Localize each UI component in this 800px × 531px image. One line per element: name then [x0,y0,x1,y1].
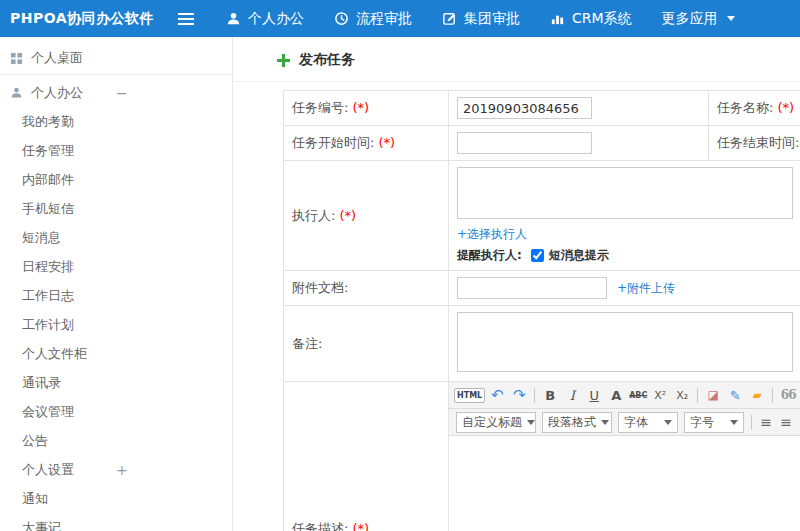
sidebar-item-work-plan[interactable]: 工作计划 [0,310,232,339]
sidebar-item-label: 手机短信 [22,200,74,218]
row-executor: 执行人:(*) +选择执行人 提醒执行人: 短消息提示 [284,161,800,271]
format-painter-button[interactable]: ✎ [725,385,745,405]
start-time-label: 任务开始时间: [292,135,374,150]
executor-textarea[interactable] [457,167,793,219]
sidebar-item-label: 通讯录 [22,374,61,392]
sidebar-item-task-management[interactable]: 任务管理 [0,136,232,165]
editor-toolbar-row2: 自定义标题 段落格式 字体 字号 [449,409,800,436]
remove-format-button[interactable]: ◪ [703,385,723,405]
nav-personal-office[interactable]: 个人办公 [226,10,304,28]
sidebar-item-personal-file-cabinet[interactable]: 个人文件柜 [0,339,232,368]
sidebar-item-label: 个人文件柜 [22,345,87,363]
row-remark: 备注: [284,306,800,382]
align-right-button[interactable] [796,412,800,432]
task-number-label: 任务编号: [292,100,348,115]
publish-task-form: 任务编号:(*) 任务名称:(*) 任务开始时间:(*) [233,82,800,531]
sidebar-item-personal-office[interactable]: 个人办公 − [0,78,232,107]
align-center-button[interactable] [776,412,796,432]
sidebar-item-label: 公告 [22,432,48,450]
sidebar-item-label: 会议管理 [22,403,74,421]
edit-icon [442,11,457,26]
subscript-button[interactable]: X₂ [672,385,692,405]
toolbar-separator [772,388,773,403]
sidebar-item-notice[interactable]: 通知 [0,484,232,513]
sidebar-item-label: 日程安排 [22,258,74,276]
attachment-input[interactable] [457,277,607,299]
paragraph-format-select[interactable]: 段落格式 [542,412,612,433]
app-logo: PHPOA协同办公软件 [0,10,178,28]
remark-textarea[interactable] [457,312,793,372]
sidebar-item-personal-desktop[interactable]: 个人桌面 [0,42,232,75]
sidebar-item-mobile-sms[interactable]: 手机短信 [0,194,232,223]
nav-label: 个人办公 [248,10,304,28]
sidebar-item-personal-settings[interactable]: 个人设置 + [0,455,232,484]
choose-executor-link[interactable]: +选择执行人 [457,227,527,241]
html-source-button[interactable]: HTML [454,388,485,403]
chevron-down-icon [730,420,738,425]
nav-group-approval[interactable]: 集团审批 [442,10,520,28]
italic-button[interactable]: I [562,385,582,405]
toolbar-separator [751,415,752,430]
strikethrough-button[interactable]: ABC [628,385,648,405]
sms-tip-label: 短消息提示 [549,247,609,264]
required-mark: (*) [352,100,369,115]
remind-executor-label: 提醒执行人: [457,247,522,264]
sidebar-item-label: 大事记 [22,519,61,531]
sidebar-item-work-log[interactable]: 工作日志 [0,281,232,310]
required-mark: (*) [777,100,794,115]
main-content: 发布任务 任务编号:(*) 任务名称:(*) [233,37,800,531]
chevron-down-icon [527,420,535,425]
expand-icon[interactable]: + [116,462,128,478]
editor-toolbar-row1: HTML ↶ ↷ B I U A ABC X² X₂ ◪ ✎ [449,382,800,409]
sidebar-item-label: 短消息 [22,229,61,247]
sidebar-item-memorabilia[interactable]: 大事记 [0,513,232,531]
top-nav: 个人办公 流程审批 集团审批 CRM系统 更多应用 [226,10,735,28]
remark-label: 备注: [292,336,322,351]
editor-content-area[interactable] [449,436,800,531]
description-label: 任务描述: [292,521,348,531]
chevron-down-icon [664,420,672,425]
nav-label: 更多应用 [662,10,718,28]
highlight-button[interactable]: ▰ [747,385,767,405]
top-header: PHPOA协同办公软件 个人办公 流程审批 集团审批 CRM系统 更多应用 [0,0,800,37]
sidebar-item-contacts[interactable]: 通讯录 [0,368,232,397]
task-number-label-cell: 任务编号:(*) [284,91,449,126]
collapse-icon[interactable]: − [116,85,128,101]
nav-crm-system[interactable]: CRM系统 [550,10,632,28]
nav-more-apps[interactable]: 更多应用 [662,10,735,28]
sidebar-item-label: 任务管理 [22,142,74,160]
start-time-input[interactable] [457,132,592,154]
redo-button[interactable]: ↷ [509,385,529,405]
underline-button[interactable]: U [584,385,604,405]
sidebar-item-short-message[interactable]: 短消息 [0,223,232,252]
sms-tip-checkbox[interactable] [531,249,544,262]
sidebar-item-announcement[interactable]: 公告 [0,426,232,455]
custom-title-select[interactable]: 自定义标题 [456,412,536,433]
sidebar-item-label: 工作计划 [22,316,74,334]
sidebar-item-meeting-management[interactable]: 会议管理 [0,397,232,426]
attachment-upload-link[interactable]: +附件上传 [617,280,675,297]
nav-label: CRM系统 [572,10,632,28]
sidebar-item-label: 个人设置 [22,461,74,479]
nav-label: 流程审批 [356,10,412,28]
bold-button[interactable]: B [540,385,560,405]
executor-label: 执行人: [292,208,335,223]
row-attachment: 附件文档: +附件上传 [284,271,800,306]
font-family-select[interactable]: 字体 [618,412,678,433]
sidebar-item-my-attendance[interactable]: 我的考勤 [0,107,232,136]
add-icon [277,54,290,67]
select-label: 字号 [690,414,714,431]
undo-button[interactable]: ↶ [487,385,507,405]
nav-process-approval[interactable]: 流程审批 [334,10,412,28]
task-number-input[interactable] [457,97,592,119]
font-button[interactable]: A [606,385,626,405]
menu-toggle-icon[interactable] [178,10,198,28]
sidebar-item-schedule[interactable]: 日程安排 [0,252,232,281]
desktop-grid-icon [10,52,23,65]
blockquote-button[interactable]: 66 [778,385,798,405]
font-size-select[interactable]: 字号 [684,412,744,433]
select-label: 自定义标题 [462,414,522,431]
align-left-button[interactable] [756,412,776,432]
superscript-button[interactable]: X² [650,385,670,405]
sidebar-item-internal-mail[interactable]: 内部邮件 [0,165,232,194]
